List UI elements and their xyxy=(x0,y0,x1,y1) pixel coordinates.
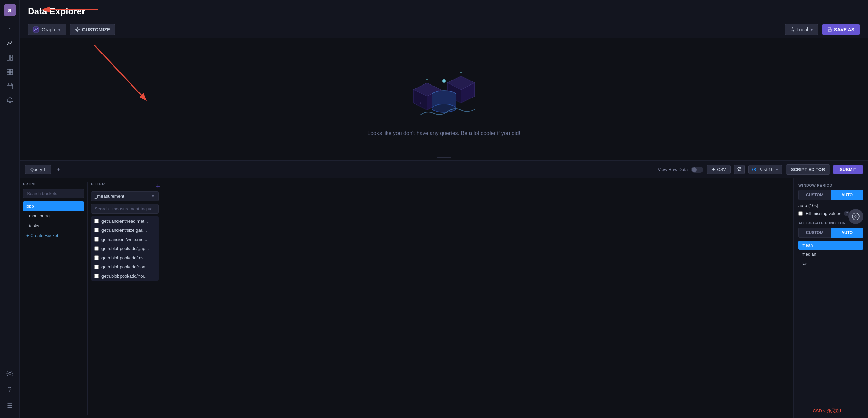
agg-item-last[interactable]: last xyxy=(798,259,863,268)
agg-auto-button[interactable]: AUTO xyxy=(831,228,864,238)
svg-rect-5 xyxy=(7,72,10,75)
measurement-checkbox-1[interactable] xyxy=(94,219,99,223)
bucket-item-tasks[interactable]: _tasks xyxy=(23,221,84,231)
measurement-dropdown[interactable]: _measurement ▼ xyxy=(91,191,159,201)
window-period-toggle: CUSTOM AUTO xyxy=(798,190,863,200)
window-auto-button[interactable]: AUTO xyxy=(831,190,864,200)
query-tab[interactable]: Query 1 xyxy=(25,165,51,174)
save-icon xyxy=(827,27,832,32)
sidebar-item-grid[interactable] xyxy=(4,66,16,78)
aggregate-list: mean median last xyxy=(798,241,863,268)
sidebar-item-chart[interactable] xyxy=(4,37,16,50)
measurement-item-3[interactable]: geth.ancient/write.me... xyxy=(91,235,159,244)
fill-missing-label: Fill missing values xyxy=(806,211,841,216)
measurement-checkbox-6[interactable] xyxy=(94,265,99,269)
aggregate-toggle: CUSTOM AUTO xyxy=(798,228,863,238)
svg-point-30 xyxy=(460,72,462,73)
sidebar-item-gear[interactable] xyxy=(4,367,16,379)
refresh-button[interactable] xyxy=(734,165,745,174)
chart-empty-message: Looks like you don't have any queries. B… xyxy=(367,130,520,136)
sidebar-item-question[interactable]: ? xyxy=(4,383,16,396)
bucket-search-input[interactable] xyxy=(23,189,84,198)
measurement-item-7[interactable]: geth.blobpool/add/nor... xyxy=(91,271,159,281)
bucket-create-button[interactable]: + Create Bucket xyxy=(23,231,84,241)
measurement-checkbox-2[interactable] xyxy=(94,228,99,232)
agg-custom-button[interactable]: CUSTOM xyxy=(798,228,831,238)
chart-area: Looks like you don't have any queries. B… xyxy=(20,38,868,160)
svg-point-29 xyxy=(426,79,428,80)
fill-missing-checkbox[interactable] xyxy=(798,211,803,216)
svg-rect-3 xyxy=(7,69,10,72)
bottom-panel: FROM bbb _monitoring _tasks + Create Buc… xyxy=(20,178,868,418)
svg-point-14 xyxy=(76,28,78,31)
sidebar-item-bell[interactable] xyxy=(4,94,16,107)
agg-item-median[interactable]: median xyxy=(798,250,863,259)
graph-button[interactable]: Graph ▼ xyxy=(28,24,66,35)
auto-value: auto (10s) xyxy=(798,203,863,208)
measurement-search-input[interactable] xyxy=(91,204,159,214)
measurement-item-4[interactable]: geth.blobpool/add/gap... xyxy=(91,244,159,253)
sidebar-item-calendar[interactable] xyxy=(4,80,16,92)
svg-rect-2 xyxy=(10,58,13,60)
save-as-button[interactable]: SAVE AS xyxy=(822,24,860,35)
svg-point-31 xyxy=(420,103,421,104)
agg-item-mean[interactable]: mean xyxy=(798,241,863,250)
refresh-icon xyxy=(737,167,742,171)
graph-dropdown-chevron: ▼ xyxy=(58,28,61,32)
filter-label: Filter xyxy=(91,182,105,186)
view-raw-toggle[interactable] xyxy=(691,167,703,173)
measurement-checkbox-4[interactable] xyxy=(94,246,99,251)
svg-rect-4 xyxy=(10,69,13,72)
customize-icon xyxy=(75,27,80,32)
bucket-list: bbb _monitoring _tasks + Create Bucket xyxy=(23,201,84,241)
aggregate-function-section: AGGREGATE FUNCTION CUSTOM AUTO mean medi… xyxy=(798,221,863,268)
svg-point-11 xyxy=(9,372,11,374)
window-period-label: WINDOW PERIOD xyxy=(798,183,863,187)
query-bar: Query 1 + View Raw Data CSV xyxy=(20,160,868,178)
past1h-button[interactable]: Past 1h ▼ xyxy=(748,165,782,174)
measurement-checkbox-5[interactable] xyxy=(94,255,99,260)
svg-point-26 xyxy=(432,104,456,112)
svg-rect-1 xyxy=(10,55,13,57)
past1h-chevron: ▼ xyxy=(775,168,779,171)
submit-button[interactable]: SUBMIT xyxy=(833,165,863,174)
svg-point-13 xyxy=(35,28,36,30)
csv-button[interactable]: CSV xyxy=(707,165,731,174)
measurement-dropdown-chevron: ▼ xyxy=(151,194,155,198)
page-title: Data Explorer xyxy=(28,6,85,17)
chat-icon: ☺ xyxy=(852,213,860,220)
download-icon xyxy=(711,167,716,172)
measurement-checkbox-7[interactable] xyxy=(94,274,99,278)
add-filter-button[interactable]: + xyxy=(155,182,160,191)
svg-rect-0 xyxy=(7,55,10,60)
resize-handle[interactable] xyxy=(437,157,451,158)
script-editor-button[interactable]: SCRIPT EDITOR xyxy=(786,164,830,175)
measurement-checkbox-3[interactable] xyxy=(94,237,99,242)
svg-point-28 xyxy=(442,79,446,83)
window-custom-button[interactable]: CUSTOM xyxy=(798,190,831,200)
sidebar-logo[interactable]: a xyxy=(4,4,16,16)
sidebar-item-menu[interactable]: ☰ xyxy=(4,400,16,412)
measurement-item-2[interactable]: geth.ancient/size.gau... xyxy=(91,226,159,235)
chat-bubble[interactable]: ☺ xyxy=(848,209,863,224)
measurement-item-5[interactable]: geth.blobpool/add/inv... xyxy=(91,253,159,262)
clock-icon xyxy=(752,167,756,172)
customize-button[interactable]: CUSTOMIZE xyxy=(70,24,115,35)
bucket-item-bbb[interactable]: bbb xyxy=(23,201,84,211)
pin-icon xyxy=(790,27,795,32)
from-label: FROM xyxy=(23,182,84,186)
sidebar: a ↑ xyxy=(0,0,20,418)
filter-header: Filter + xyxy=(91,182,159,189)
svg-text:☺: ☺ xyxy=(854,214,858,219)
header: Data Explorer xyxy=(20,0,868,21)
query-bar-right: View Raw Data CSV xyxy=(658,164,863,175)
bucket-item-monitoring[interactable]: _monitoring xyxy=(23,211,84,221)
local-button[interactable]: Local ▼ xyxy=(785,24,818,35)
sidebar-item-upload[interactable]: ↑ xyxy=(4,23,16,35)
toggle-dot xyxy=(692,167,697,172)
measurement-item-6[interactable]: geth.blobpool/add/non... xyxy=(91,262,159,271)
sidebar-item-layout[interactable] xyxy=(4,52,16,64)
measurement-item-1[interactable]: geth.ancient/read.met... xyxy=(91,216,159,226)
add-query-button[interactable]: + xyxy=(54,166,62,173)
graph-icon xyxy=(33,26,39,33)
